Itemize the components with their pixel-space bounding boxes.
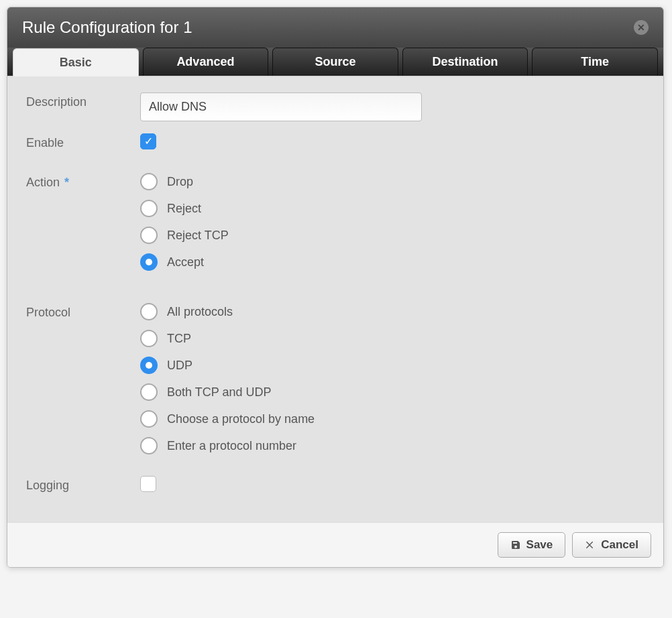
label-action: Action * (26, 173, 140, 190)
action-label-reject-tcp: Reject TCP (167, 229, 229, 243)
protocol-label-udp: UDP (167, 359, 192, 373)
tab-source[interactable]: Source (272, 48, 398, 76)
protocol-radio-bynumber[interactable] (140, 437, 158, 454)
save-button[interactable]: Save (498, 532, 566, 558)
rule-config-dialog: Rule Configuration for 1 ✕ Basic Advance… (7, 7, 664, 568)
protocol-radio-both[interactable] (140, 383, 158, 401)
dialog-titlebar: Rule Configuration for 1 ✕ (7, 7, 663, 48)
protocol-label-all: All protocols (167, 305, 233, 319)
protocol-label-bynumber: Enter a protocol number (167, 439, 296, 453)
dialog-footer: Save Cancel (7, 522, 663, 567)
cancel-button[interactable]: Cancel (572, 532, 651, 558)
action-radio-reject-tcp[interactable] (140, 227, 158, 244)
protocol-radio-tcp[interactable] (140, 330, 158, 347)
label-enable: Enable (26, 133, 140, 150)
cancel-button-label: Cancel (601, 538, 638, 552)
label-logging: Logging (26, 476, 140, 493)
enable-checkbox[interactable]: ✓ (140, 133, 156, 149)
panel-basic: Description Enable ✓ Action * Drop (7, 76, 663, 522)
tab-destination[interactable]: Destination (402, 48, 528, 76)
protocol-radio-udp[interactable] (140, 357, 158, 374)
save-button-label: Save (526, 538, 553, 552)
protocol-radio-all[interactable] (140, 303, 158, 320)
action-label-accept: Accept (167, 255, 204, 269)
action-label-drop: Drop (167, 175, 193, 189)
tab-bar: Basic Advanced Source Destination Time (7, 48, 663, 76)
action-radio-accept[interactable] (140, 253, 158, 271)
protocol-label-byname: Choose a protocol by name (167, 412, 315, 426)
required-indicator-icon: * (64, 176, 69, 189)
action-radio-drop[interactable] (140, 173, 158, 190)
description-input[interactable] (140, 92, 422, 121)
tab-basic[interactable]: Basic (13, 48, 139, 76)
close-icon[interactable]: ✕ (634, 20, 649, 35)
cancel-icon (585, 540, 596, 550)
tab-time[interactable]: Time (532, 48, 658, 76)
protocol-radio-byname[interactable] (140, 410, 158, 428)
logging-checkbox[interactable] (140, 476, 156, 492)
protocol-label-tcp: TCP (167, 332, 191, 346)
label-action-text: Action (26, 176, 60, 189)
action-radio-reject[interactable] (140, 200, 158, 217)
action-label-reject: Reject (167, 202, 201, 216)
label-protocol: Protocol (26, 303, 140, 320)
save-icon (510, 540, 521, 550)
tab-advanced[interactable]: Advanced (143, 48, 269, 76)
label-description: Description (26, 92, 140, 109)
dialog-title: Rule Configuration for 1 (22, 18, 192, 37)
protocol-label-both: Both TCP and UDP (167, 385, 271, 399)
check-icon: ✓ (144, 136, 153, 147)
